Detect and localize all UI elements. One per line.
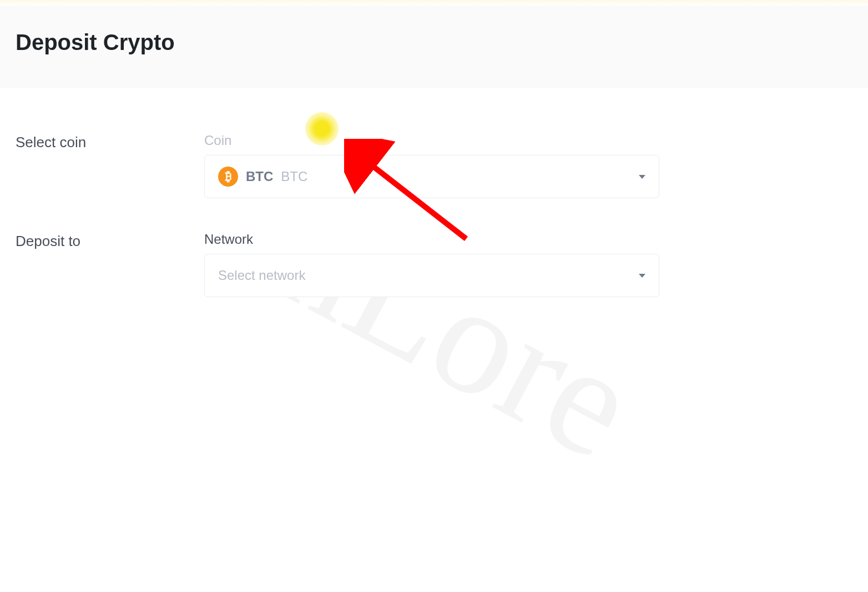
select-coin-label: Select coin	[16, 133, 204, 151]
coin-select[interactable]: ₿ BTC BTC	[204, 155, 659, 198]
coin-symbol: BTC	[246, 169, 273, 184]
coin-name: BTC	[281, 169, 307, 184]
deposit-to-label: Deposit to	[16, 232, 204, 250]
page-header: Deposit Crypto	[0, 6, 868, 88]
network-field-group: Network Select network	[204, 232, 659, 297]
network-select[interactable]: Select network	[204, 254, 659, 297]
chevron-down-icon	[639, 175, 645, 179]
bitcoin-icon: ₿	[218, 167, 238, 187]
coin-field-label: Coin	[204, 133, 659, 148]
coin-field-group: Coin ₿ BTC BTC	[204, 133, 659, 198]
network-select-value: Select network	[218, 268, 305, 283]
deposit-form: Select coin Coin ₿ BTC BTC Deposit to Ne…	[0, 88, 868, 297]
deposit-to-row: Deposit to Network Select network	[16, 232, 852, 297]
page-title: Deposit Crypto	[16, 30, 852, 55]
top-accent-bar	[0, 0, 868, 6]
chevron-down-icon	[639, 274, 645, 278]
select-coin-row: Select coin Coin ₿ BTC BTC	[16, 133, 852, 198]
network-field-label: Network	[204, 232, 659, 247]
network-placeholder: Select network	[218, 268, 305, 283]
coin-select-value: ₿ BTC BTC	[218, 167, 307, 187]
